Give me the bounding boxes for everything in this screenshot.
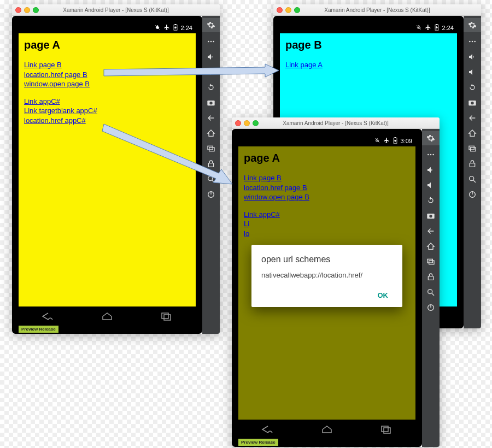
home-button[interactable] (464, 126, 481, 141)
android-navbar (19, 306, 196, 328)
zoom-window-button[interactable] (294, 7, 300, 13)
svg-rect-37 (382, 426, 388, 432)
rotate-button[interactable] (422, 193, 440, 208)
zoom-window-button[interactable] (253, 120, 259, 126)
dialog-message: nativecallwebapp://location.href/ (261, 271, 393, 279)
status-time: 2:24 (442, 25, 454, 31)
svg-rect-29 (470, 163, 475, 167)
link-targetblank-appc-partial[interactable]: Li (244, 219, 410, 229)
power-button[interactable] (422, 300, 440, 315)
settings-button[interactable] (202, 18, 220, 32)
window-title: Xamarin Android Player - [Nexus S (KitKa… (232, 120, 440, 126)
close-window-button[interactable] (15, 7, 21, 13)
back-button[interactable] (422, 223, 440, 239)
link-location-href-appc-partial[interactable]: lo (244, 229, 410, 239)
page-title: page A (24, 39, 190, 51)
svg-point-30 (470, 176, 474, 181)
alert-dialog: open url schemes nativecallwebapp://loca… (251, 245, 402, 307)
microphone-muted-icon (155, 25, 160, 31)
close-window-button[interactable] (277, 7, 283, 13)
more-button[interactable] (202, 34, 220, 49)
preview-release-badge: Preview Release (19, 326, 58, 333)
recent-nav-button[interactable] (379, 425, 393, 436)
svg-point-39 (427, 154, 429, 156)
volume-up-button[interactable] (464, 49, 481, 64)
svg-line-48 (432, 293, 434, 296)
volume-up-button[interactable] (202, 49, 220, 64)
settings-button[interactable] (422, 131, 440, 145)
arrow-a-to-c (101, 121, 238, 192)
svg-rect-28 (471, 148, 476, 151)
link-targetblank-appc[interactable]: Link targetblank appC# (24, 106, 190, 116)
back-nav-button[interactable] (42, 312, 55, 323)
android-navbar (238, 420, 415, 441)
back-nav-button[interactable] (261, 425, 274, 436)
svg-rect-46 (428, 276, 433, 280)
window-titlebar[interactable]: Xamarin Android Player - [Nexus S (KitKa… (12, 4, 220, 16)
svg-rect-27 (469, 146, 474, 150)
search-button[interactable] (422, 285, 440, 300)
svg-point-9 (209, 102, 212, 104)
link-window-open-b[interactable]: window.open page B (244, 192, 410, 202)
more-button[interactable] (464, 34, 481, 49)
airplane-icon (383, 137, 390, 145)
search-button[interactable] (464, 172, 481, 187)
svg-rect-4 (164, 315, 171, 320)
svg-line-31 (473, 180, 476, 182)
dialog-title: open url schemes (261, 255, 393, 264)
link-appc[interactable]: Link appC# (244, 210, 410, 220)
power-button[interactable] (464, 187, 481, 202)
zoom-window-button[interactable] (33, 7, 39, 13)
minimize-window-button[interactable] (24, 7, 30, 13)
camera-button[interactable] (202, 95, 220, 110)
settings-button[interactable] (464, 18, 481, 32)
svg-rect-36 (394, 137, 396, 138)
window-titlebar[interactable]: Xamarin Android Player - [Nexus S (KitKa… (232, 117, 440, 129)
airplane-icon (425, 24, 431, 32)
back-button[interactable] (464, 110, 481, 126)
minimize-window-button[interactable] (285, 7, 291, 13)
lock-button[interactable] (464, 156, 481, 172)
svg-rect-45 (429, 261, 434, 264)
volume-down-button[interactable] (422, 178, 440, 193)
volume-down-button[interactable] (464, 64, 481, 80)
svg-point-24 (474, 41, 476, 43)
home-nav-button[interactable] (320, 425, 333, 436)
battery-charging-icon (173, 24, 178, 32)
volume-up-button[interactable] (422, 162, 440, 178)
svg-rect-3 (162, 313, 168, 319)
svg-point-6 (210, 41, 212, 43)
svg-point-43 (429, 215, 432, 217)
home-nav-button[interactable] (101, 312, 114, 323)
svg-point-26 (471, 102, 473, 104)
preview-release-badge: Preview Release (238, 439, 278, 446)
android-statusbar: 3:09 (238, 135, 415, 146)
camera-button[interactable] (464, 95, 481, 110)
more-button[interactable] (422, 147, 440, 162)
svg-point-22 (469, 41, 471, 43)
link-page-b[interactable]: Link page B (244, 173, 410, 183)
recent-nav-button[interactable] (160, 312, 173, 323)
status-time: 2:24 (181, 25, 192, 31)
battery-charging-icon (435, 24, 439, 32)
link-appc[interactable]: Link appC# (24, 97, 190, 107)
link-location-href-b[interactable]: location.href page B (244, 183, 410, 193)
window-titlebar[interactable]: Xamarin Android Player - [Nexus S (KitKa… (273, 4, 481, 16)
lock-button[interactable] (422, 269, 440, 285)
webview-content[interactable]: page A Link page B location.href page B … (238, 146, 415, 427)
rotate-button[interactable] (464, 80, 481, 95)
dialog-ok-button[interactable]: OK (373, 288, 393, 303)
camera-button[interactable] (422, 208, 440, 223)
android-statusbar: 2:24 (280, 22, 457, 33)
svg-point-5 (208, 41, 209, 43)
recent-button[interactable] (464, 141, 481, 156)
battery-charging-icon (393, 137, 397, 145)
svg-point-23 (472, 41, 473, 43)
recent-button[interactable] (422, 254, 440, 269)
home-button[interactable] (422, 239, 440, 254)
page-title: page A (244, 152, 410, 164)
airplane-icon (163, 24, 170, 32)
minimize-window-button[interactable] (244, 120, 250, 126)
android-statusbar: 2:24 (19, 22, 196, 33)
link-page-a[interactable]: Link page A (285, 60, 452, 70)
